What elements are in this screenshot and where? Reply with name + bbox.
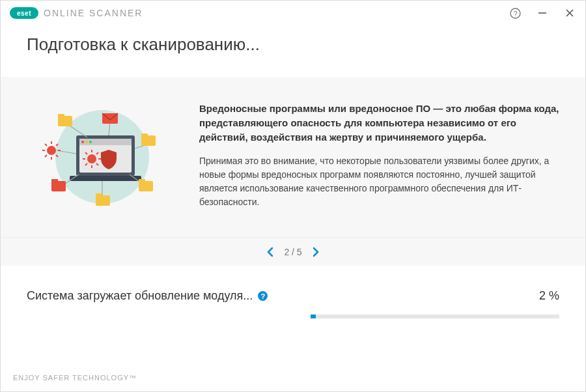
page-title: Подготовка к сканированию...: [27, 35, 559, 55]
brand-product: ONLINE SCANNER: [44, 8, 143, 18]
svg-point-13: [87, 154, 96, 163]
info-panel: Вредоносные программы или вредоносное ПО…: [1, 77, 585, 237]
help-icon[interactable]: ?: [509, 7, 522, 20]
pager: 2 / 5: [1, 237, 585, 266]
footer-tagline: ENJOY SAFER TECHNOLOGY™: [0, 363, 586, 392]
svg-rect-12: [70, 176, 141, 181]
svg-rect-25: [141, 133, 148, 137]
pager-next-button[interactable]: [311, 247, 320, 257]
brand-logo: eset: [10, 7, 38, 19]
info-text: Вредоносные программы или вредоносное ПО…: [199, 102, 559, 209]
info-body: Принимая это во внимание, что некоторые …: [199, 154, 559, 209]
info-heading: Вредоносные программы или вредоносное ПО…: [199, 102, 559, 144]
window-controls: ?: [509, 7, 576, 20]
svg-rect-29: [139, 179, 145, 183]
svg-rect-31: [96, 193, 102, 197]
svg-rect-23: [58, 114, 64, 118]
progress-label: Система загружает обновление модуля...: [27, 289, 253, 303]
svg-rect-27: [51, 179, 58, 183]
svg-line-38: [45, 144, 47, 146]
svg-line-40: [45, 155, 47, 157]
svg-point-33: [47, 146, 56, 155]
close-icon[interactable]: [563, 7, 576, 20]
svg-point-9: [81, 141, 84, 143]
svg-point-11: [89, 141, 92, 143]
brand: eset ONLINE SCANNER: [10, 7, 143, 19]
titlebar: eset ONLINE SCANNER ?: [1, 1, 585, 25]
header: Подготовка к сканированию...: [1, 25, 585, 77]
malware-illustration: [27, 102, 173, 212]
progress-help-icon[interactable]: ?: [258, 291, 268, 301]
minimize-icon[interactable]: [536, 7, 549, 20]
pager-position: 2 / 5: [284, 247, 301, 257]
progress-label-row: Система загружает обновление модуля... ?: [27, 289, 268, 303]
svg-text:?: ?: [513, 9, 517, 17]
pager-prev-button[interactable]: [266, 247, 275, 257]
progress-section: Система загружает обновление модуля... ?…: [1, 266, 585, 318]
progress-bar: [311, 315, 559, 318]
svg-point-10: [85, 141, 88, 143]
progress-fill: [311, 315, 316, 318]
progress-percent: 2 %: [539, 289, 559, 303]
